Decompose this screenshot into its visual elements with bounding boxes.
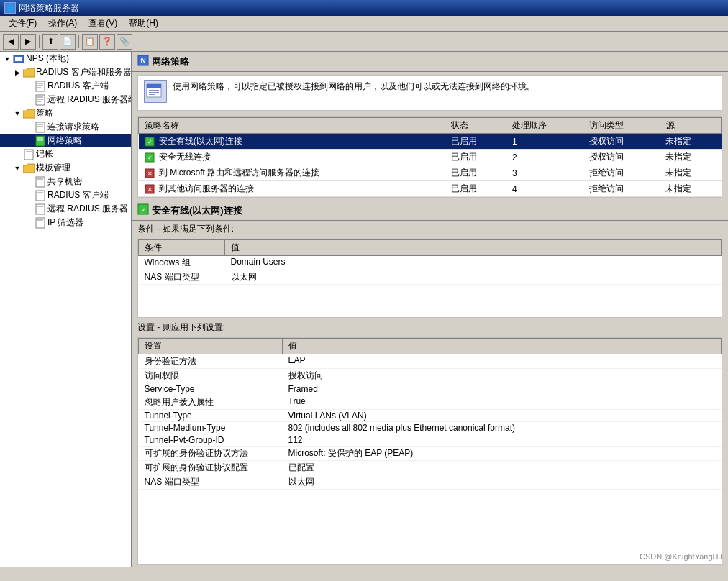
- svg-text:✕: ✕: [147, 170, 152, 177]
- expand-connection-request: [23, 122, 35, 133]
- tree-label-nps: NPS (本地): [26, 52, 69, 65]
- toolbar-back-button[interactable]: ◀: [3, 34, 19, 50]
- icon-remote-radius: [35, 94, 46, 106]
- policy-table-row[interactable]: ✓ 安全无线连接 已启用 2 授权访问 未指定: [139, 150, 722, 165]
- policy-table-row[interactable]: ✕ 到其他访问服务器的连接 已启用 4 拒绝访问 未指定: [139, 181, 722, 197]
- tree-label-radius: RADIUS 客户端和服务器: [36, 66, 132, 78]
- svg-text:✕: ✕: [147, 186, 152, 193]
- toolbar-up-button[interactable]: ⬆: [42, 34, 58, 50]
- menu-file[interactable]: 文件(F): [3, 16, 42, 31]
- tree-item-ip-filter[interactable]: IP 筛选器: [0, 216, 131, 229]
- expand-accounting: [12, 149, 23, 160]
- tree-item-accounting[interactable]: 记帐: [0, 147, 131, 161]
- toolbar-help-button[interactable]: ❓: [99, 34, 115, 50]
- svg-text:✓: ✓: [147, 155, 152, 161]
- tree-item-connection-request[interactable]: 连接请求策略: [0, 120, 131, 134]
- tree-label-shared-secret: 共享机密: [47, 175, 82, 188]
- icon-template-folder: [23, 163, 35, 174]
- menu-action[interactable]: 操作(A): [42, 16, 83, 31]
- conditions-table-row[interactable]: Windows 组 Domain Users: [139, 256, 722, 270]
- svg-rect-32: [149, 92, 159, 93]
- tree-label-ip-filter: IP 筛选器: [47, 216, 83, 229]
- col-order: 处理顺序: [506, 118, 583, 134]
- tree-item-nps[interactable]: ▼ NPS (本地): [0, 52, 131, 65]
- tree-item-radius-clients[interactable]: ▶ RADIUS 客户端和服务器: [0, 65, 131, 79]
- tree-item-network-policy[interactable]: 网络策略: [0, 134, 131, 147]
- expand-template-mgmt[interactable]: ▼: [12, 163, 23, 174]
- icon-network-policy: [35, 135, 46, 147]
- setting-row-value: 112: [283, 434, 722, 447]
- tree-item-remote-radius[interactable]: 远程 RADIUS 服务器组: [0, 93, 131, 106]
- tree-item-radius-client2[interactable]: RADIUS 客户端: [0, 188, 131, 202]
- settings-table-row[interactable]: 可扩展的身份验证协议方法 Microsoft: 受保护的 EAP (PEAP): [139, 447, 722, 461]
- settings-table-row[interactable]: 访问权限 授权访问: [139, 369, 722, 383]
- menu-bar: 文件(F) 操作(A) 查看(V) 帮助(H): [0, 16, 728, 32]
- main-container: ▼ NPS (本地) ▶ RADIUS 客户端和服务器: [0, 52, 728, 567]
- settings-table-row[interactable]: Tunnel-Pvt-Group-ID 112: [139, 434, 722, 447]
- settings-table-row[interactable]: 身份验证方法 EAP: [139, 354, 722, 369]
- conditions-section: 条件 - 如果满足下列条件: 条件 值 Windows 组 Domain Use…: [132, 221, 728, 319]
- menu-help[interactable]: 帮助(H): [123, 16, 164, 31]
- cond-row-condition: NAS 端口类型: [139, 270, 225, 285]
- tree-item-policy[interactable]: ▼ 策略: [0, 106, 131, 120]
- settings-table-row[interactable]: Tunnel-Medium-Type 802 (includes all 802…: [139, 422, 722, 434]
- expand-policy[interactable]: ▼: [12, 108, 23, 119]
- svg-rect-11: [36, 122, 45, 132]
- toolbar-extra-button[interactable]: 📎: [117, 34, 132, 50]
- icon-connection-request: [35, 122, 46, 133]
- svg-rect-19: [36, 177, 45, 187]
- expand-radius[interactable]: ▶: [12, 67, 23, 78]
- svg-rect-17: [24, 150, 33, 160]
- settings-section: 设置 - 则应用下列设置: 设置 值 身份验证方法 EAP 访问权限 授权访问: [132, 319, 728, 567]
- svg-rect-2: [17, 62, 21, 63]
- policy-upper: N 网络策略 使用网络策略，可以指定已被授权连接到网络的用户，以及他们可以: [132, 52, 728, 201]
- tree-item-radius-client-leaf[interactable]: RADIUS 客户端: [0, 79, 131, 93]
- toolbar-separator-2: [78, 35, 79, 48]
- setting-row-value: 以太网: [283, 475, 722, 490]
- tree-label-remote-radius2: 远程 RADIUS 服务器: [47, 203, 128, 215]
- tree-item-template-mgmt[interactable]: ▼ 模板管理: [0, 161, 131, 175]
- settings-table-row[interactable]: NAS 端口类型 以太网: [139, 475, 722, 490]
- toolbar-copy-button[interactable]: 📋: [82, 34, 98, 50]
- expand-nps[interactable]: ▼: [1, 53, 13, 65]
- policy-header-title: 网络策略: [152, 55, 189, 68]
- detail-lower: ✓ 安全有线(以太网)连接 条件 - 如果满足下列条件: 条件 值: [132, 201, 728, 567]
- icon-ip-filter: [35, 217, 46, 229]
- info-icon: [144, 80, 167, 103]
- policy-row-name: ✓ 安全有线(以太网)连接: [139, 134, 445, 150]
- setting-row-value: 802 (includes all 802 media plus Etherne…: [283, 422, 722, 434]
- col-policy-name: 策略名称: [139, 118, 445, 134]
- policy-row-order: 2: [506, 150, 583, 165]
- selected-policy-icon: ✓: [137, 203, 149, 217]
- policy-table-row[interactable]: ✓ 安全有线(以太网)连接 已启用 1 授权访问 未指定: [139, 134, 722, 150]
- tree-item-remote-radius2[interactable]: 远程 RADIUS 服务器: [0, 202, 131, 216]
- settings-table-row[interactable]: Tunnel-Type Virtual LANs (VLAN): [139, 410, 722, 422]
- policy-section-header: N 网络策略: [132, 52, 728, 72]
- settings-table-row[interactable]: Service-Type Framed: [139, 383, 722, 395]
- tree-label-network-policy: 网络策略: [47, 134, 82, 147]
- toolbar-separator-1: [39, 35, 40, 48]
- svg-rect-30: [147, 84, 161, 88]
- app-icon: 🌐: [4, 2, 16, 14]
- policy-row-access: 拒绝访问: [583, 165, 660, 181]
- tree-item-shared-secret[interactable]: 共享机密: [0, 175, 131, 188]
- setting-row-value: 已配置: [283, 461, 722, 475]
- policy-table-row[interactable]: ✕ 到 Microsoft 路由和远程访问服务器的连接 已启用 3 拒绝访问 未…: [139, 165, 722, 181]
- cond-col-value: 值: [225, 240, 722, 256]
- toolbar-file-button[interactable]: 📄: [60, 34, 76, 50]
- policy-row-name: ✕ 到其他访问服务器的连接: [139, 181, 445, 197]
- tree-panel: ▼ NPS (本地) ▶ RADIUS 客户端和服务器: [0, 52, 132, 567]
- policy-row-source: 未指定: [660, 134, 721, 150]
- settings-table-row[interactable]: 忽略用户拨入属性 True: [139, 395, 722, 410]
- svg-rect-23: [36, 204, 45, 214]
- tree-label-template-mgmt: 模板管理: [36, 162, 70, 174]
- menu-view[interactable]: 查看(V): [83, 16, 123, 31]
- toolbar-forward-button[interactable]: ▶: [20, 34, 36, 50]
- cond-row-condition: Windows 组: [139, 256, 225, 270]
- set-col-setting: 设置: [139, 339, 283, 354]
- setting-row-name: Tunnel-Medium-Type: [139, 422, 283, 434]
- expand-radius-client2: [23, 190, 35, 201]
- settings-table-row[interactable]: 可扩展的身份验证协议配置 已配置: [139, 461, 722, 475]
- svg-text:N: N: [140, 57, 145, 65]
- conditions-table-row[interactable]: NAS 端口类型 以太网: [139, 270, 722, 285]
